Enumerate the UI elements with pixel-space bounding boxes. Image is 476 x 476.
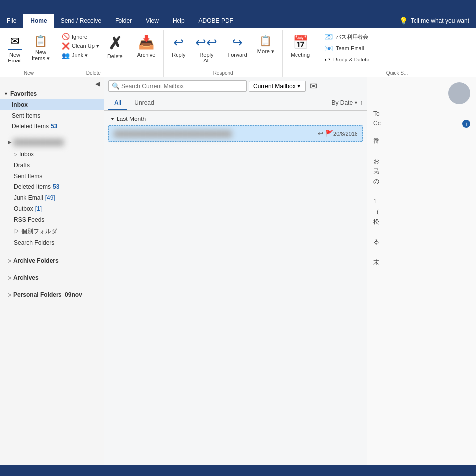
more-respond-label: More ▾ bbox=[257, 48, 274, 55]
sidebar-archive-folders[interactable]: ▷ Archive Folders bbox=[0, 254, 104, 267]
ribbon-meeting-content: 📅 Meeting bbox=[287, 32, 314, 75]
new-items-icon: 📋 bbox=[34, 35, 47, 48]
content-area: 🔍 Current Mailbox ▼ ✉ All Unread By Date… bbox=[104, 77, 367, 465]
quick-reply-delete[interactable]: ↩ Reply & Delete bbox=[322, 55, 472, 64]
sidebar-item-deleted-fav[interactable]: Deleted Items 53 bbox=[0, 121, 104, 132]
menu-view[interactable]: View bbox=[139, 14, 166, 28]
outbox-label: Outbox bbox=[14, 205, 33, 212]
personal-folders-label: Personal Folders_09nov bbox=[13, 291, 82, 298]
menu-bar: File Home Send / Receive Folder View Hel… bbox=[0, 14, 476, 28]
sidebar-item-drafts[interactable]: Drafts bbox=[0, 160, 104, 171]
sidebar: ◀ ▼ Favorites Inbox Sent Items Deleted I… bbox=[0, 77, 104, 465]
reply-all-button[interactable]: ↩↩ Reply All bbox=[191, 32, 221, 66]
deleted-fav-label: Deleted Items bbox=[12, 123, 49, 130]
new-email-label: New Email bbox=[8, 52, 22, 63]
drafts-label: Drafts bbox=[14, 162, 30, 169]
delete-button[interactable]: ✗ Delete bbox=[103, 32, 127, 62]
favorites-collapse-icon: ▼ bbox=[4, 91, 8, 96]
sidebar-item-rss-feeds[interactable]: RSS Feeds bbox=[0, 214, 104, 225]
menu-adobe-pdf[interactable]: ADOBE PDF bbox=[192, 14, 240, 28]
meeting-button[interactable]: 📅 Meeting bbox=[287, 32, 314, 60]
sort-direction-icon[interactable]: ↑ bbox=[360, 99, 363, 106]
sidebar-item-deleted-sub[interactable]: Deleted Items 53 bbox=[0, 181, 104, 192]
more-respond-button[interactable]: 📋 More ▾ bbox=[253, 32, 278, 58]
menu-help[interactable]: Help bbox=[166, 14, 192, 28]
sidebar-collapse-button[interactable]: ◀ bbox=[95, 80, 100, 87]
ribbon: ✉ New Email 📋 New Items ▾ New 🚫 Ignore bbox=[0, 28, 476, 77]
email-item-0-top: ████████████████████████████ ↩ 🚩 20/8/20… bbox=[114, 130, 357, 137]
main-layout: ◀ ▼ Favorites Inbox Sent Items Deleted I… bbox=[0, 77, 476, 465]
ignore-label: Ignore bbox=[72, 34, 87, 40]
search-scope-button[interactable]: Current Mailbox ▼ bbox=[249, 81, 306, 92]
inbox-fav-label: Inbox bbox=[12, 101, 28, 108]
basri-users-icon: 📧 bbox=[324, 33, 333, 41]
menu-file[interactable]: File bbox=[0, 14, 23, 28]
menu-send-receive[interactable]: Send / Receive bbox=[54, 14, 108, 28]
sidebar-item-junk[interactable]: Junk Email [49] bbox=[0, 192, 104, 203]
info-button[interactable]: i bbox=[462, 120, 470, 128]
cleanup-button[interactable]: ❌ Clean Up ▾ bbox=[60, 41, 101, 51]
email-item-0[interactable]: ████████████████████████████ ↩ 🚩 20/8/20… bbox=[108, 125, 363, 142]
ribbon-group-new: ✉ New Email 📋 New Items ▾ New bbox=[0, 30, 58, 77]
archives-label: Archives bbox=[13, 274, 39, 281]
menu-folder[interactable]: Folder bbox=[108, 14, 139, 28]
sidebar-item-search-folders[interactable]: Search Folders bbox=[0, 238, 104, 248]
archive-button[interactable]: 📥 Archive bbox=[133, 32, 160, 60]
deleted-fav-badge: 53 bbox=[51, 123, 57, 130]
new-email-button[interactable]: ✉ New Email bbox=[4, 32, 26, 66]
junk-icon: 👥 bbox=[62, 52, 70, 59]
sidebar-item-outbox[interactable]: Outbox [1] bbox=[0, 203, 104, 214]
sidebar-account-header[interactable]: ▶ ████████████ bbox=[0, 136, 104, 149]
search-input-wrap[interactable]: 🔍 bbox=[108, 80, 247, 92]
email-section-last-month: ▼ Last Month bbox=[104, 113, 367, 124]
deleted-sub-label: Deleted Items bbox=[14, 183, 51, 190]
reply-button[interactable]: ↩ Reply bbox=[168, 32, 189, 60]
search-input[interactable] bbox=[121, 83, 243, 90]
ribbon-archive-content: 📥 Archive bbox=[133, 32, 160, 75]
sent-fav-label: Sent Items bbox=[12, 112, 40, 119]
meeting-label: Meeting bbox=[291, 52, 310, 58]
ignore-button[interactable]: 🚫 Ignore bbox=[60, 32, 101, 41]
forward-icon: ↪ bbox=[232, 35, 243, 50]
reply-all-icon: ↩↩ bbox=[195, 35, 217, 50]
ribbon-group-archive: 📥 Archive bbox=[129, 30, 164, 77]
sort-button[interactable]: By Date ▼ bbox=[331, 99, 358, 106]
quick-team-email[interactable]: 📧 Team Email bbox=[322, 43, 472, 53]
reading-pane: To Cc i 番 お 民 の 1 （ 松 る 末 bbox=[367, 77, 476, 465]
sidebar-item-kobetsu[interactable]: ▷ 個別フォルダ bbox=[0, 225, 104, 238]
new-items-button[interactable]: 📋 New Items ▾ bbox=[28, 32, 54, 64]
email-list: ▼ Last Month ███████████████████████████… bbox=[104, 111, 367, 465]
tab-all[interactable]: All bbox=[108, 97, 127, 110]
sidebar-archives[interactable]: ▷ Archives bbox=[0, 271, 104, 284]
ribbon-new-label: New bbox=[24, 70, 34, 76]
junk-label-sidebar: Junk Email bbox=[14, 194, 43, 201]
sidebar-item-sent-sub[interactable]: Sent Items bbox=[0, 171, 104, 181]
archives-arrow: ▷ bbox=[8, 275, 11, 280]
deleted-sub-badge: 53 bbox=[53, 183, 59, 190]
quick-basri-users[interactable]: 📧 バス利用者会 bbox=[322, 32, 472, 42]
favorites-label: Favorites bbox=[10, 90, 37, 97]
junk-button[interactable]: 👥 Junk ▾ bbox=[60, 51, 101, 60]
sidebar-item-inbox-fav[interactable]: Inbox bbox=[0, 99, 104, 110]
forward-button[interactable]: ↪ Forward bbox=[223, 32, 251, 60]
menu-home[interactable]: Home bbox=[23, 14, 54, 28]
email-reply-icon-0: ↩ bbox=[318, 130, 323, 137]
email-icons-0: ↩ 🚩 bbox=[318, 130, 333, 137]
reply-delete-label: Reply & Delete bbox=[333, 57, 369, 62]
ribbon-group-quick-steps: 📧 バス利用者会 📧 Team Email ↩ Reply & Delete Q… bbox=[318, 30, 476, 77]
reply-icon: ↩ bbox=[173, 35, 184, 50]
tab-unread[interactable]: Unread bbox=[128, 97, 160, 110]
cleanup-icon: ❌ bbox=[62, 42, 70, 50]
sidebar-personal-folders[interactable]: ▷ Personal Folders_09nov bbox=[0, 288, 104, 301]
ribbon-new-content: ✉ New Email 📋 New Items ▾ bbox=[4, 32, 54, 69]
menu-search-area: 💡 Tell me what you want bbox=[392, 14, 476, 28]
sidebar-item-inbox-sub[interactable]: ▷ Inbox bbox=[0, 149, 104, 160]
reply-all-label: Reply All bbox=[199, 52, 213, 63]
reply-label: Reply bbox=[172, 52, 185, 58]
section-label: Last Month bbox=[117, 116, 146, 122]
ribbon-respond-content: ↩ Reply ↩↩ Reply All ↪ Forward 📋 More ▾ bbox=[168, 32, 278, 69]
sidebar-item-sent-fav[interactable]: Sent Items bbox=[0, 110, 104, 121]
new-email-icon: ✉ bbox=[8, 35, 22, 50]
ignore-icon: 🚫 bbox=[62, 33, 70, 40]
sidebar-favorites-header[interactable]: ▼ Favorites bbox=[0, 88, 104, 99]
